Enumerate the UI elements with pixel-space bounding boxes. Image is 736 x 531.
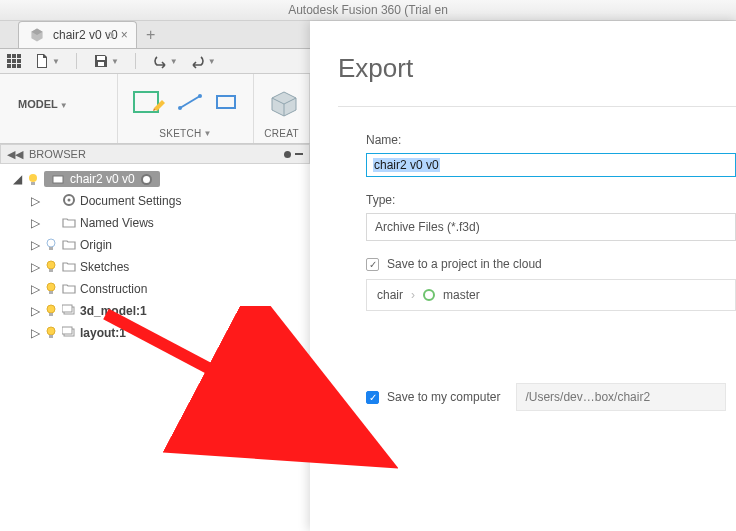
tree-item-label: layout:1 — [80, 326, 126, 340]
svg-point-18 — [68, 198, 71, 201]
tree-item[interactable]: ▷layout:1 — [30, 322, 310, 344]
tree-item-label: Document Settings — [80, 194, 181, 208]
component-icon — [62, 303, 76, 320]
tree-item[interactable]: ▷Construction — [30, 278, 310, 300]
browser-header[interactable]: ◀◀ BROWSER — [0, 144, 310, 164]
svg-rect-6 — [7, 64, 11, 68]
tree-item[interactable]: ▷Origin — [30, 234, 310, 256]
tree-item-label: Origin — [80, 238, 112, 252]
file-menu-button[interactable]: ▼ — [34, 53, 60, 69]
svg-rect-3 — [7, 59, 11, 63]
expand-toggle-icon[interactable]: ▷ — [30, 282, 40, 296]
type-combobox[interactable]: Archive Files (*.f3d) — [366, 213, 736, 241]
checkbox-checked-icon: ✓ — [366, 391, 379, 404]
save-local-row[interactable]: ✓ Save to my computer — [366, 390, 500, 404]
bulb-icon — [44, 237, 58, 251]
ribbon-group-create: CREAT — [254, 74, 310, 143]
type-label: Type: — [366, 193, 736, 207]
component-icon — [52, 173, 64, 185]
save-local-label: Save to my computer — [387, 390, 500, 404]
gear-icon — [62, 193, 76, 210]
redo-button[interactable]: ▼ — [190, 53, 216, 69]
tree-root[interactable]: ◢ chair2 v0 v0 — [12, 168, 310, 190]
svg-rect-5 — [17, 59, 21, 63]
svg-rect-16 — [53, 176, 63, 183]
folder-icon — [62, 237, 76, 254]
svg-rect-26 — [49, 313, 53, 316]
chevron-right-icon: › — [411, 288, 415, 302]
expand-toggle-icon[interactable]: ▷ — [30, 326, 40, 340]
svg-point-12 — [198, 94, 202, 98]
new-tab-button[interactable]: + — [137, 21, 165, 48]
svg-point-25 — [47, 305, 55, 313]
expand-toggle-icon[interactable]: ▷ — [30, 238, 40, 252]
svg-rect-32 — [62, 327, 72, 334]
bulb-icon — [44, 303, 58, 317]
create-box-button[interactable] — [264, 84, 304, 124]
bulb-icon — [44, 325, 58, 339]
tree-item[interactable]: ▷Sketches — [30, 256, 310, 278]
export-dialog: Export Name: chair2 v0 v0 Type: Archive … — [310, 21, 736, 531]
svg-point-14 — [29, 174, 37, 182]
svg-rect-20 — [49, 247, 53, 250]
local-path-field[interactable]: /Users/dev…box/chair2 — [516, 383, 726, 411]
expand-toggle-icon[interactable]: ◢ — [12, 172, 22, 186]
cloud-location-crumb[interactable]: chair › master — [366, 279, 736, 311]
expand-toggle-icon[interactable]: ▷ — [30, 194, 40, 208]
tab-unsaved-indicator — [108, 32, 114, 38]
sketch-rectangle-button[interactable] — [212, 90, 240, 118]
svg-rect-22 — [49, 269, 53, 272]
folder-icon — [62, 215, 76, 232]
folder-icon — [62, 281, 76, 298]
create-sketch-button[interactable] — [128, 84, 168, 124]
tree-item-label: Sketches — [80, 260, 129, 274]
save-cloud-row[interactable]: ✓ Save to a project in the cloud — [366, 257, 736, 271]
tab-close-button[interactable]: × — [117, 28, 132, 43]
browser-settings-icon[interactable] — [284, 151, 291, 158]
folder-icon — [62, 259, 76, 276]
svg-rect-13 — [217, 96, 235, 108]
ribbon-group-sketch: SKETCH▼ — [118, 74, 254, 143]
crumb-project: chair — [377, 288, 403, 302]
svg-rect-1 — [12, 54, 16, 58]
svg-point-23 — [47, 283, 55, 291]
svg-rect-15 — [31, 182, 35, 185]
tree-item[interactable]: ▷3d_model:1 — [30, 300, 310, 322]
workspace-selector[interactable]: MODEL▼ — [10, 92, 76, 116]
document-tab[interactable]: chair2 v0 v0 × — [18, 21, 137, 48]
sketch-line-button[interactable] — [176, 90, 204, 118]
browser-title: BROWSER — [29, 148, 86, 160]
data-panel-button[interactable] — [6, 53, 22, 69]
ribbon-label-sketch: SKETCH▼ — [128, 128, 243, 139]
browser-minimize-icon[interactable] — [295, 153, 303, 155]
expand-toggle-icon[interactable]: ▷ — [30, 216, 40, 230]
tree-item-label: Construction — [80, 282, 147, 296]
crumb-branch: master — [443, 288, 480, 302]
expand-toggle-icon[interactable]: ▷ — [30, 304, 40, 318]
svg-point-21 — [47, 261, 55, 269]
name-label: Name: — [366, 133, 736, 147]
svg-rect-28 — [62, 305, 72, 312]
root-pill[interactable]: chair2 v0 v0 — [44, 171, 160, 187]
svg-rect-8 — [17, 64, 21, 68]
name-input[interactable]: chair2 v0 v0 — [366, 153, 736, 177]
bulb-icon — [26, 172, 40, 186]
undo-button[interactable]: ▼ — [152, 53, 178, 69]
svg-rect-2 — [17, 54, 21, 58]
checkbox-checked-icon: ✓ — [366, 258, 379, 271]
tree-item-label: 3d_model:1 — [80, 304, 147, 318]
save-button[interactable]: ▼ — [93, 53, 119, 69]
ribbon-group-workspace: MODEL▼ — [0, 74, 118, 143]
bulb-icon — [44, 259, 58, 273]
save-cloud-label: Save to a project in the cloud — [387, 257, 542, 271]
svg-rect-24 — [49, 291, 53, 294]
tree-item[interactable]: ▷Document Settings — [30, 190, 310, 212]
svg-rect-30 — [49, 335, 53, 338]
activate-ring-icon[interactable] — [141, 174, 152, 185]
svg-rect-0 — [7, 54, 11, 58]
root-label: chair2 v0 v0 — [70, 172, 135, 186]
expand-toggle-icon[interactable]: ▷ — [30, 260, 40, 274]
ribbon-label-create: CREAT — [264, 128, 299, 139]
component-icon — [62, 325, 76, 342]
tree-item[interactable]: ▷Named Views — [30, 212, 310, 234]
